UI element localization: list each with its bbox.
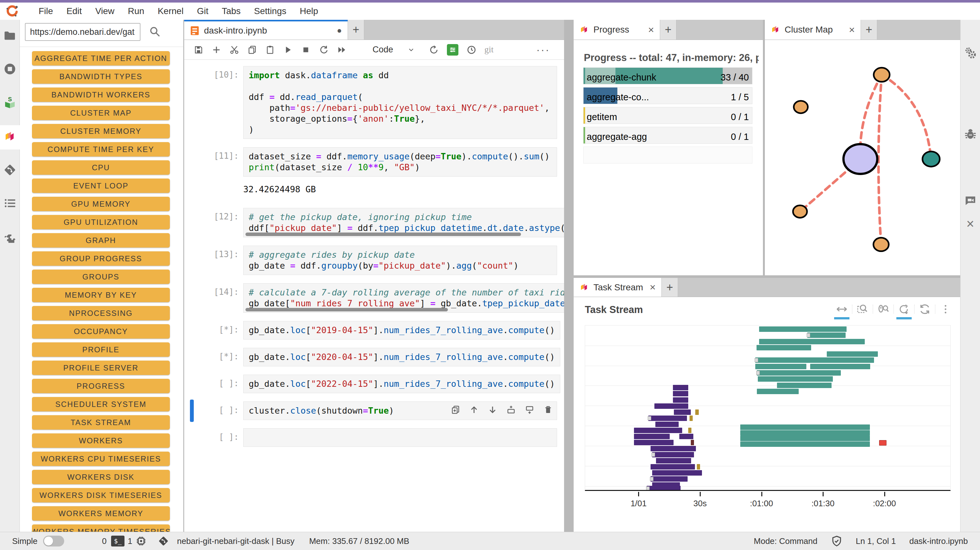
dask-button-scheduler-system[interactable]: SCHEDULER SYSTEM (32, 397, 170, 411)
conda-store-icon[interactable]: S (3, 96, 16, 109)
dask-button-task-stream[interactable]: TASK STREAM (32, 415, 170, 430)
duplicate-cell-icon[interactable] (451, 405, 460, 414)
kernel-chip-icon[interactable] (135, 535, 147, 547)
reset-tool-icon[interactable] (918, 303, 931, 316)
tab-progress[interactable]: Progress × (574, 20, 660, 40)
tab-task-stream[interactable]: Task Stream × (574, 278, 662, 297)
cell-editor[interactable]: gb_date.loc["2022-04-15"].num_rides_7_ro… (243, 375, 560, 393)
git-icon[interactable] (3, 164, 16, 176)
menu-tabs[interactable]: Tabs (215, 6, 247, 16)
cell-editor[interactable]: # aggregate rides by pickup dategb_date … (243, 246, 557, 275)
cell-editor[interactable]: cluster.close(shutdown=True) (243, 402, 557, 420)
dask-button-workers-cpu-timeseries[interactable]: WORKERS CPU TIMESERIES (32, 452, 170, 466)
execution-time-icon[interactable] (467, 45, 476, 54)
git-toolbar-label[interactable]: git (485, 45, 494, 54)
table-of-contents-icon[interactable] (3, 197, 16, 209)
restart-run-all-icon[interactable] (337, 45, 346, 54)
delete-cell-icon[interactable] (543, 405, 553, 414)
dask-button-cluster-map[interactable]: CLUSTER MAP (32, 106, 170, 120)
dask-button-bandwidth-types[interactable]: BANDWIDTH TYPES (32, 69, 170, 84)
active-file-name[interactable]: dask-intro.ipynb (909, 536, 968, 546)
dask-button-gpu-utilization[interactable]: GPU UTILIZATION (32, 215, 170, 230)
menu-run[interactable]: Run (121, 6, 151, 16)
insert-cell-icon[interactable] (212, 45, 221, 54)
menu-help[interactable]: Help (293, 6, 325, 16)
system-monitor-icon[interactable] (447, 44, 458, 56)
new-tab-button[interactable]: + (348, 20, 364, 40)
close-icon[interactable]: × (964, 217, 977, 230)
dask-button-memory-by-key[interactable]: MEMORY BY KEY (32, 288, 170, 302)
menu-view[interactable]: View (88, 6, 121, 16)
new-tab-button[interactable]: + (660, 20, 676, 40)
insert-cell-above-icon[interactable] (506, 405, 516, 414)
cluster-map-canvas[interactable] (765, 40, 960, 275)
wheel-zoom-tool-icon[interactable] (877, 303, 890, 316)
dask-button-graph[interactable]: GRAPH (32, 233, 170, 247)
extension-manager-icon[interactable] (3, 233, 16, 245)
cell-editor[interactable]: import dask.dataframe as dd ddf = dd.rea… (243, 66, 557, 139)
paste-cells-icon[interactable] (265, 45, 275, 54)
kernel-status-text[interactable]: nebari-git-nebari-git-dask | Busy (177, 536, 294, 546)
dask-button-compute-time-per-key[interactable]: COMPUTE TIME PER KEY (32, 142, 170, 156)
box-zoom-tool-icon[interactable] (856, 303, 869, 316)
run-cell-icon[interactable] (283, 45, 293, 54)
tab-dask-intro[interactable]: dask-intro.ipynb ● (184, 20, 348, 40)
interrupt-kernel-icon[interactable] (301, 45, 310, 54)
new-tab-button[interactable]: + (861, 20, 877, 40)
video-chat-icon[interactable] (964, 194, 977, 207)
menu-file[interactable]: File (32, 6, 60, 16)
cursor-position[interactable]: Ln 1, Col 1 (856, 536, 896, 546)
dask-button-cpu[interactable]: CPU (32, 160, 170, 175)
more-commands-icon[interactable]: ··· (536, 43, 554, 56)
close-icon[interactable]: × (844, 24, 855, 36)
cell-editor[interactable]: # calculate a 7-day rolling average of t… (243, 283, 564, 313)
dask-button-event-loop[interactable]: EVENT LOOP (32, 179, 170, 193)
cell-type-dropdown[interactable]: Code (372, 45, 393, 54)
dask-button-gpu-memory[interactable]: GPU MEMORY (32, 197, 170, 211)
cell-editor[interactable]: gb_date.loc["2020-04-15"].num_rides_7_ro… (243, 348, 560, 366)
dask-button-profile-server[interactable]: PROFILE SERVER (32, 360, 170, 375)
git-branch-icon[interactable] (158, 535, 169, 547)
xwheel-zoom-tool-icon[interactable] (898, 303, 910, 316)
dask-button-workers-disk-timeseries[interactable]: WORKERS DISK TIMESERIES (32, 488, 170, 502)
save-icon[interactable] (194, 45, 203, 54)
dask-button-progress[interactable]: PROGRESS (32, 379, 170, 393)
cell-editor[interactable]: dataset_size = ddf.memory_usage(deep=Tru… (243, 147, 557, 177)
menu-git[interactable]: Git (190, 6, 215, 16)
dask-button-occupancy[interactable]: OCCUPANCY (32, 324, 170, 338)
dask-button-bandwidth-workers[interactable]: BANDWIDTH WORKERS (32, 88, 170, 102)
dask-icon[interactable] (3, 130, 16, 143)
cell-editor[interactable]: gb_date.loc["2019-04-15"].num_rides_7_ro… (243, 321, 560, 340)
dask-button-workers-memory-timeseries[interactable]: WORKERS MEMORY TIMESERIES (32, 524, 170, 532)
dask-button-aggregate-time-per-action[interactable]: AGGREGATE TIME PER ACTION (32, 51, 170, 65)
simple-mode-toggle[interactable] (43, 536, 64, 547)
cut-cells-icon[interactable] (229, 45, 239, 54)
menu-settings[interactable]: Settings (247, 6, 293, 16)
move-cell-down-icon[interactable] (488, 405, 497, 414)
dask-button-workers-disk[interactable]: WORKERS DISK (32, 470, 170, 484)
dask-button-groups[interactable]: GROUPS (32, 269, 170, 284)
insert-cell-below-icon[interactable] (525, 405, 535, 414)
property-inspector-gears-icon[interactable] (964, 47, 977, 59)
close-icon[interactable]: × (644, 281, 655, 293)
move-cell-up-icon[interactable] (469, 405, 479, 414)
restart-kernel-icon[interactable] (319, 45, 328, 54)
chevron-down-icon[interactable] (407, 46, 415, 54)
cell-horizontal-scrollbar[interactable] (245, 233, 521, 236)
dask-button-workers[interactable]: WORKERS (32, 434, 170, 448)
dask-button-workers-memory[interactable]: WORKERS MEMORY (32, 506, 170, 521)
terminal-icon[interactable]: $_ (111, 536, 124, 547)
toolbar-menu-icon[interactable] (939, 303, 952, 316)
dask-button-group-progress[interactable]: GROUP PROGRESS (32, 251, 170, 266)
dask-button-profile[interactable]: PROFILE (32, 343, 170, 357)
cell-horizontal-scrollbar[interactable] (245, 308, 448, 311)
menu-edit[interactable]: Edit (60, 6, 88, 16)
dask-button-nprocessing[interactable]: NPROCESSING (32, 306, 170, 320)
new-tab-button[interactable]: + (662, 278, 678, 297)
mode-indicator[interactable]: Mode: Command (754, 536, 817, 546)
cell-editor[interactable]: # get the pickup date, ignoring pickup t… (243, 208, 564, 237)
kernel-refresh-icon[interactable] (429, 45, 439, 54)
search-icon[interactable] (149, 26, 161, 38)
dask-dashboard-url-input[interactable] (25, 23, 140, 41)
cell-editor[interactable] (243, 428, 557, 447)
